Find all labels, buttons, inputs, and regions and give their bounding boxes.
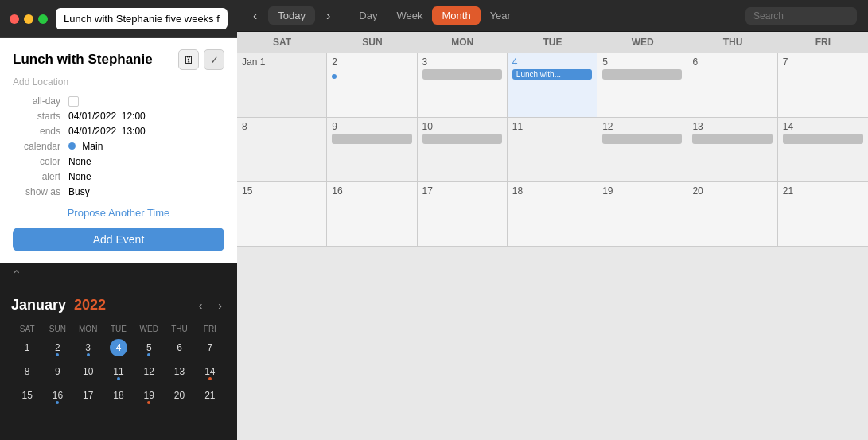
mini-day-20[interactable]: 20 <box>165 384 193 407</box>
starts-value[interactable]: 04/01/2022 12:00 <box>68 111 224 122</box>
calendar-icon-btn[interactable]: 🗓 <box>178 49 199 70</box>
mini-cal-grid: SAT SUN MON TUE WED THU FRI 1 2 3 4 5 6 <box>11 321 226 408</box>
day-num-20: 20 <box>692 185 772 197</box>
col-sat: SAT <box>237 32 327 53</box>
mini-day-9[interactable]: 9 <box>43 360 72 383</box>
allday-checkbox[interactable] <box>68 96 79 107</box>
showas-row: show as Busy <box>13 186 224 197</box>
cal-day-7[interactable]: 7 <box>778 53 868 117</box>
chevron-down-icon: ⌃ <box>11 267 21 282</box>
cal-day-14[interactable]: 14 <box>778 118 868 181</box>
check-icon: ✓ <box>210 54 219 66</box>
mini-day-2[interactable]: 2 <box>43 337 72 359</box>
event-pill-gray-9[interactable] <box>332 134 411 144</box>
cal-day-19[interactable]: 19 <box>597 182 687 246</box>
allday-row: all-day <box>13 95 224 107</box>
cal-day-8[interactable]: 8 <box>237 118 327 181</box>
main-calendar: ‹ Today › Day Week Month Year SAT SUN MO… <box>237 0 868 440</box>
event-pill-lunch[interactable]: Lunch with... <box>512 69 592 80</box>
alert-value[interactable]: None <box>68 171 224 182</box>
view-year-button[interactable]: Year <box>481 6 520 25</box>
day-num-19: 19 <box>602 185 682 197</box>
cal-day-17[interactable]: 17 <box>418 182 508 246</box>
cal-day-21[interactable]: 21 <box>778 182 868 246</box>
starts-label: starts <box>13 111 68 122</box>
mini-cal-prev-button[interactable]: ‹ <box>195 298 207 313</box>
view-day-button[interactable]: Day <box>349 6 387 25</box>
mini-day-3[interactable]: 3 <box>74 337 103 359</box>
cal-day-18[interactable]: 18 <box>508 182 597 246</box>
mini-day-7[interactable]: 7 <box>196 337 224 359</box>
view-week-button[interactable]: Week <box>387 6 432 25</box>
day-num-4: 4 <box>512 56 592 68</box>
mini-day-15[interactable]: 15 <box>13 384 41 407</box>
mini-day-12[interactable]: 12 <box>134 360 163 383</box>
mini-cal-next-button[interactable]: › <box>214 298 226 313</box>
mini-day-1[interactable]: 1 <box>13 337 41 359</box>
event-dot-2 <box>332 74 337 79</box>
mini-day-10[interactable]: 10 <box>74 360 103 383</box>
allday-label: all-day <box>13 95 68 107</box>
cal-day-13[interactable]: 13 <box>687 118 777 181</box>
event-pill-gray-13[interactable] <box>692 134 772 144</box>
cal-prev-button[interactable]: ‹ <box>248 7 262 25</box>
cal-next-button[interactable]: › <box>321 7 335 25</box>
cal-day-20[interactable]: 20 <box>687 182 777 246</box>
mini-day-8[interactable]: 8 <box>13 360 41 383</box>
mini-day-19[interactable]: 19 <box>134 384 163 407</box>
cal-day-11[interactable]: 11 <box>508 118 597 181</box>
minimize-button[interactable] <box>24 14 33 24</box>
cal-day-jan1[interactable]: Jan 1 <box>237 53 327 117</box>
cal-day-16[interactable]: 16 <box>327 182 417 246</box>
cal-day-15[interactable]: 15 <box>237 182 327 246</box>
maximize-button[interactable] <box>38 14 48 24</box>
day-num-5: 5 <box>602 56 682 68</box>
mini-day-18[interactable]: 18 <box>104 384 133 407</box>
color-value[interactable]: None <box>68 156 224 167</box>
cal-day-5[interactable]: 5 <box>597 53 687 117</box>
event-pill-gray-10[interactable] <box>422 134 502 144</box>
add-event-button[interactable]: Add Event <box>13 228 224 251</box>
col-sun: SUN <box>327 32 417 53</box>
propose-link[interactable]: Propose Another Time <box>13 205 224 220</box>
cal-day-10[interactable]: 10 <box>418 118 508 181</box>
mini-day-17[interactable]: 17 <box>74 384 103 407</box>
check-icon-btn[interactable]: ✓ <box>204 49 224 70</box>
cal-day-12[interactable]: 12 <box>597 118 687 181</box>
cal-today-button[interactable]: Today <box>268 6 315 25</box>
event-pill-gray-14[interactable] <box>783 134 863 144</box>
cal-day-6[interactable]: 6 <box>687 53 777 117</box>
cal-day-3[interactable]: 3 <box>418 53 508 117</box>
calendar-value[interactable]: Main <box>68 141 224 152</box>
event-pill-gray-12[interactable] <box>602 134 682 144</box>
propose-another-time-link[interactable]: Propose Another Time <box>68 207 170 219</box>
mini-day-13[interactable]: 13 <box>165 360 193 383</box>
showas-value[interactable]: Busy <box>68 186 224 197</box>
ends-value[interactable]: 04/01/2022 13:00 <box>68 126 224 137</box>
event-pill-gray-3[interactable] <box>422 69 502 80</box>
calendar-icon: 🗓 <box>184 54 194 66</box>
event-pill-gray-5[interactable] <box>602 69 682 80</box>
mini-day-4[interactable]: 4 <box>104 337 133 359</box>
mini-day-21[interactable]: 21 <box>196 384 224 407</box>
view-month-button[interactable]: Month <box>432 6 480 25</box>
search-input[interactable] <box>745 7 857 25</box>
expand-chevron[interactable]: ⌃ <box>0 263 237 287</box>
cal-day-2[interactable]: 2 <box>327 53 417 117</box>
event-input[interactable] <box>56 8 228 29</box>
calendar-label: calendar <box>13 141 68 152</box>
mini-day-5[interactable]: 5 <box>134 337 163 359</box>
mini-day-11[interactable]: 11 <box>104 360 133 383</box>
cal-day-9[interactable]: 9 <box>327 118 417 181</box>
calendar-color-dot <box>68 142 76 150</box>
mini-day-16[interactable]: 16 <box>43 384 72 407</box>
cal-day-4[interactable]: 4 Lunch with... <box>508 53 597 117</box>
cal-header-row: SAT SUN MON TUE WED THU FRI <box>237 32 868 53</box>
add-location[interactable]: Add Location <box>13 76 224 88</box>
day-num-12: 12 <box>602 121 682 132</box>
mini-day-6[interactable]: 6 <box>165 337 193 359</box>
day-num-6: 6 <box>692 56 772 68</box>
close-button[interactable] <box>10 14 19 24</box>
mini-day-14[interactable]: 14 <box>196 360 224 383</box>
alert-label: alert <box>13 171 68 182</box>
